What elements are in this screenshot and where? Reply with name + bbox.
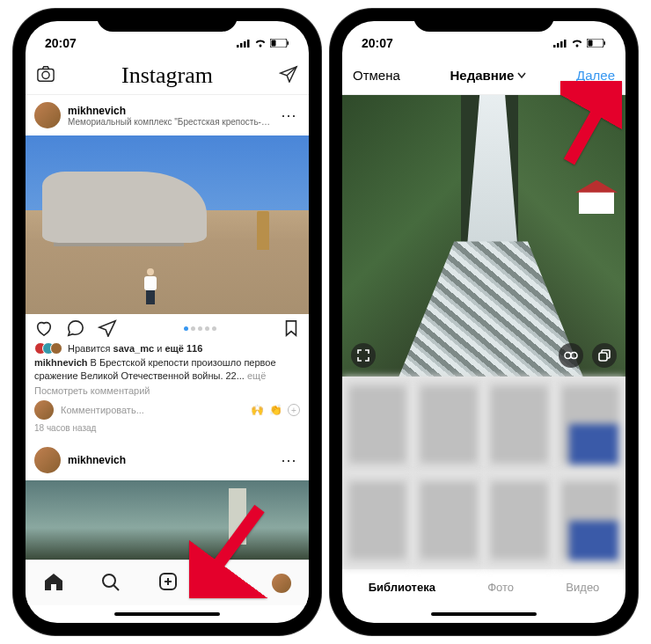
nav-profile-avatar[interactable] <box>272 574 291 593</box>
tab-library[interactable]: Библиотека <box>369 581 435 594</box>
post-body: Нравится sava_mc и ещё 116 mikhnevich В … <box>26 342 309 433</box>
comment-icon[interactable] <box>66 319 85 337</box>
grid-thumbnail[interactable] <box>555 377 625 472</box>
status-time: 20:07 <box>362 36 393 50</box>
chevron-down-icon <box>517 72 526 79</box>
album-title: Недавние <box>450 68 514 83</box>
post-caption: mikhnevich В Брестской крепости произошл… <box>34 356 300 383</box>
camera-icon[interactable] <box>36 65 55 86</box>
svg-point-8 <box>42 71 49 78</box>
album-dropdown[interactable]: Недавние <box>450 68 526 83</box>
post-timestamp: 18 часов назад <box>34 423 300 433</box>
grid-thumbnail[interactable] <box>485 377 555 472</box>
share-icon[interactable] <box>98 319 117 337</box>
signal-icon <box>553 39 567 48</box>
grid-thumbnail[interactable] <box>413 377 484 472</box>
direct-message-icon[interactable] <box>279 65 298 86</box>
svg-rect-2 <box>244 41 246 48</box>
liker-avatars <box>34 342 62 355</box>
post-header[interactable]: mikhnevich Мемориальный комплекс "Брестс… <box>26 95 309 135</box>
grid-thumbnail[interactable] <box>342 377 413 472</box>
comment-placeholder[interactable]: Комментировать... <box>61 405 244 415</box>
svg-rect-18 <box>599 353 607 361</box>
grid-thumbnail[interactable] <box>555 473 625 569</box>
cancel-button[interactable]: Отмена <box>353 68 400 83</box>
carousel-dots <box>129 326 270 331</box>
svg-rect-1 <box>240 43 243 48</box>
post-location[interactable]: Мемориальный комплекс "Брестская крепост… <box>68 117 270 127</box>
post-username[interactable]: mikhnevich <box>68 105 270 117</box>
grid-thumbnail[interactable] <box>342 473 413 569</box>
grid-thumbnail[interactable] <box>485 473 555 569</box>
status-indicators <box>553 39 606 48</box>
like-icon[interactable] <box>34 319 54 337</box>
view-comments-link[interactable]: Посмотреть комментарий <box>34 385 300 396</box>
avatar[interactable] <box>34 447 61 473</box>
status-time: 20:07 <box>45 36 77 50</box>
grid-thumbnail[interactable] <box>413 473 484 569</box>
phone-frame-right: 20:07 Отмена Недавние Далее <box>330 9 638 635</box>
post-username[interactable]: mikhnevich <box>68 454 270 466</box>
app-header: Instagram <box>26 56 309 95</box>
likes-text: Нравится sava_mc и ещё 116 <box>68 343 202 354</box>
tab-video[interactable]: Видео <box>566 581 599 594</box>
post-meta: mikhnevich Мемориальный комплекс "Брестс… <box>68 105 270 127</box>
emoji-clap[interactable]: 👏 <box>269 404 282 416</box>
svg-rect-5 <box>272 40 276 47</box>
svg-rect-17 <box>604 41 606 45</box>
self-avatar <box>34 400 54 420</box>
svg-rect-13 <box>560 41 563 48</box>
emoji-more-icon[interactable]: + <box>288 404 300 416</box>
svg-rect-14 <box>564 40 567 48</box>
notch <box>97 9 238 32</box>
svg-rect-16 <box>589 40 593 47</box>
svg-point-9 <box>103 574 115 587</box>
post-image[interactable] <box>26 135 309 314</box>
add-comment-row[interactable]: Комментировать... 🙌 👏 + <box>34 400 300 420</box>
battery-icon <box>587 39 606 48</box>
feed: mikhnevich Мемориальный комплекс "Брестс… <box>26 95 309 560</box>
notch <box>413 9 554 32</box>
post-header[interactable]: mikhnevich ⋯ <box>26 440 309 480</box>
nav-home-icon[interactable] <box>43 572 64 595</box>
svg-rect-12 <box>557 43 560 48</box>
boomerang-icon[interactable] <box>559 343 583 368</box>
nav-search-icon[interactable] <box>100 572 121 595</box>
signal-icon <box>237 39 251 48</box>
post-actions <box>26 314 309 342</box>
status-indicators <box>237 39 289 48</box>
nav-add-post-icon[interactable] <box>157 572 179 595</box>
phone-frame-left: 20:07 Instagram mikhnevich Мемор <box>13 9 321 635</box>
caption-more[interactable]: ещё <box>247 370 266 381</box>
preview-controls <box>351 343 617 368</box>
annotation-arrow-next <box>560 81 622 169</box>
likes-row[interactable]: Нравится sava_mc и ещё 116 <box>34 342 300 355</box>
svg-rect-11 <box>553 45 556 48</box>
tab-photo[interactable]: Фото <box>487 581 514 594</box>
bookmark-icon[interactable] <box>282 319 300 337</box>
picker-tabs: Библиотека Фото Видео <box>342 568 625 605</box>
svg-rect-3 <box>247 40 250 48</box>
annotation-arrow-add <box>189 501 268 598</box>
select-multiple-icon[interactable] <box>592 343 617 368</box>
wifi-icon <box>254 39 267 48</box>
expand-crop-icon[interactable] <box>351 343 376 368</box>
wifi-icon <box>571 39 583 48</box>
home-indicator[interactable] <box>342 605 625 623</box>
photo-grid <box>342 377 625 568</box>
app-logo[interactable]: Instagram <box>121 62 213 89</box>
caption-username[interactable]: mikhnevich <box>34 357 88 368</box>
quick-emoji: 🙌 👏 + <box>251 404 300 416</box>
battery-icon <box>270 39 289 48</box>
post-more-icon[interactable]: ⋯ <box>277 106 300 125</box>
emoji-hands[interactable]: 🙌 <box>251 404 264 416</box>
svg-rect-0 <box>237 45 239 48</box>
svg-rect-6 <box>288 41 289 45</box>
home-indicator[interactable] <box>26 605 309 623</box>
post-more-icon[interactable]: ⋯ <box>277 450 300 470</box>
avatar[interactable] <box>34 102 61 128</box>
